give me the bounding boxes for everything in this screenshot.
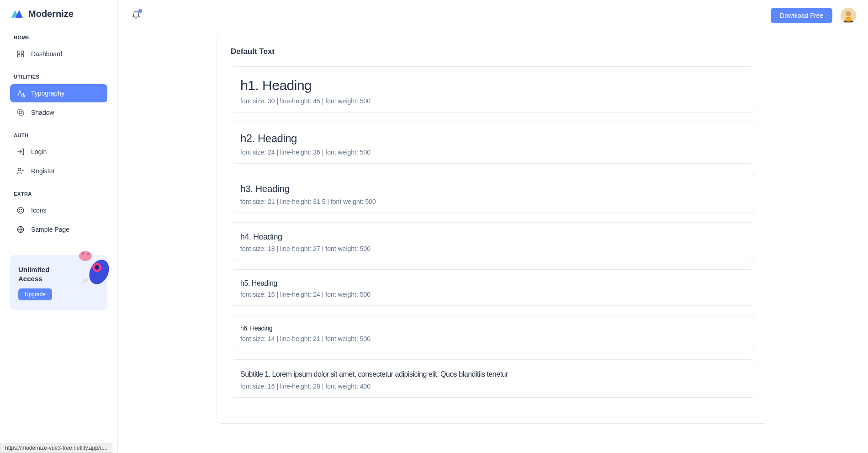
spec-meta: font size: 30 | line-height: 45 | font w… bbox=[240, 97, 746, 105]
sidebar-item-register[interactable]: Register bbox=[10, 162, 107, 180]
nav-section-title: UTILITIES bbox=[14, 74, 107, 80]
spec-meta: font size: 14 | line-height: 21 | font w… bbox=[240, 335, 746, 342]
spec-heading: h1. Heading bbox=[240, 75, 746, 96]
svg-point-11 bbox=[85, 256, 113, 288]
nav-item-label: Login bbox=[31, 148, 47, 155]
sidebar-item-login[interactable]: Login bbox=[10, 143, 107, 161]
brand-name: Modernize bbox=[28, 9, 74, 19]
sample-page-icon bbox=[16, 225, 25, 234]
dashboard-icon bbox=[16, 50, 25, 58]
spec-heading: h2. Heading bbox=[240, 130, 746, 147]
typography-spec-card: h6. Headingfont size: 14 | line-height: … bbox=[231, 315, 755, 350]
svg-rect-0 bbox=[17, 51, 20, 53]
logo-mark-icon bbox=[10, 8, 24, 19]
sidebar-item-sample-page[interactable]: Sample Page bbox=[10, 220, 107, 239]
spec-meta: font size: 16 | line-height: 28 | font w… bbox=[240, 383, 746, 390]
status-bar-url: https://modernize-vue3-free.netlify.app/… bbox=[0, 443, 112, 453]
upgrade-button[interactable]: Upgrade bbox=[18, 288, 52, 300]
spec-heading: h6. Heading bbox=[240, 324, 746, 333]
notifications-button[interactable] bbox=[130, 9, 143, 23]
svg-point-13 bbox=[95, 265, 99, 270]
typography-card: Default Text h1. Headingfont size: 30 | … bbox=[217, 35, 769, 424]
nav-section-title: HOME bbox=[14, 35, 107, 40]
topbar: Download Free bbox=[118, 0, 868, 31]
nav-section-title: EXTRA bbox=[14, 191, 107, 197]
svg-point-8 bbox=[19, 209, 20, 210]
spec-heading: Subtitle 1. Lorem ipsum dolor sit amet, … bbox=[240, 368, 746, 381]
nav-item-label: Sample Page bbox=[31, 226, 69, 233]
sidebar-item-dashboard[interactable]: Dashboard bbox=[10, 45, 107, 63]
svg-rect-4 bbox=[18, 110, 22, 114]
spec-meta: font size: 21 | line-height: 31.5 | font… bbox=[240, 198, 746, 205]
spec-heading: h4. Heading bbox=[240, 231, 746, 243]
icons-icon bbox=[16, 206, 25, 214]
nav-item-label: Shadow bbox=[31, 109, 54, 116]
promo-title: Unlimited Access bbox=[18, 265, 59, 283]
typography-icon bbox=[16, 89, 25, 97]
svg-point-15 bbox=[82, 252, 85, 255]
sidebar-item-icons[interactable]: Icons bbox=[10, 201, 107, 219]
svg-rect-1 bbox=[21, 51, 24, 53]
bell-icon bbox=[132, 14, 141, 21]
nav-item-label: Icons bbox=[31, 207, 46, 214]
svg-point-7 bbox=[17, 207, 24, 213]
spec-meta: font size: 16 | line-height: 24 | font w… bbox=[240, 291, 746, 298]
user-avatar[interactable] bbox=[841, 8, 856, 23]
svg-point-18 bbox=[846, 11, 851, 16]
svg-rect-2 bbox=[17, 55, 20, 57]
typography-spec-card: h3. Headingfont size: 21 | line-height: … bbox=[231, 173, 755, 213]
typography-spec-card: h5. Headingfont size: 16 | line-height: … bbox=[231, 269, 755, 306]
login-icon bbox=[16, 148, 25, 156]
svg-rect-5 bbox=[19, 111, 23, 115]
sidebar: Modernize HOMEDashboardUTILITIESTypograp… bbox=[0, 0, 118, 453]
notification-dot-icon bbox=[138, 9, 142, 13]
svg-point-9 bbox=[21, 209, 22, 210]
typography-spec-card: Subtitle 1. Lorem ipsum dolor sit amet, … bbox=[231, 359, 755, 398]
main: Download Free Default Text h1. Headingfo… bbox=[118, 0, 868, 453]
shadow-icon bbox=[16, 108, 25, 117]
typography-spec-card: h1. Headingfont size: 30 | line-height: … bbox=[231, 66, 755, 112]
svg-point-6 bbox=[18, 168, 21, 171]
nav-item-label: Register bbox=[31, 167, 55, 175]
spec-heading: h3. Heading bbox=[240, 181, 746, 196]
promo-card: Unlimited Access Upgrade bbox=[10, 255, 107, 310]
svg-rect-19 bbox=[846, 17, 851, 21]
nav-item-label: Typography bbox=[31, 90, 64, 97]
svg-rect-3 bbox=[21, 55, 24, 57]
typography-spec-card: h2. Headingfont size: 24 | line-height: … bbox=[231, 122, 755, 164]
spec-meta: font size: 18 | line-height: 27 | font w… bbox=[240, 245, 746, 252]
rocket-icon bbox=[72, 247, 113, 288]
typography-spec-card: h4. Headingfont size: 18 | line-height: … bbox=[231, 222, 755, 260]
register-icon bbox=[16, 167, 25, 175]
sidebar-item-typography[interactable]: Typography bbox=[10, 84, 107, 102]
page-title: Default Text bbox=[231, 47, 755, 56]
sidebar-item-shadow[interactable]: Shadow bbox=[10, 103, 107, 122]
nav-section-title: AUTH bbox=[14, 133, 107, 138]
brand-logo[interactable]: Modernize bbox=[10, 8, 107, 19]
nav-item-label: Dashboard bbox=[31, 50, 63, 58]
spec-meta: font size: 24 | line-height: 36 | font w… bbox=[240, 149, 746, 156]
spec-heading: h5. Heading bbox=[240, 278, 746, 289]
download-free-button[interactable]: Download Free bbox=[771, 8, 832, 23]
svg-point-16 bbox=[87, 253, 90, 256]
svg-point-14 bbox=[79, 251, 92, 261]
